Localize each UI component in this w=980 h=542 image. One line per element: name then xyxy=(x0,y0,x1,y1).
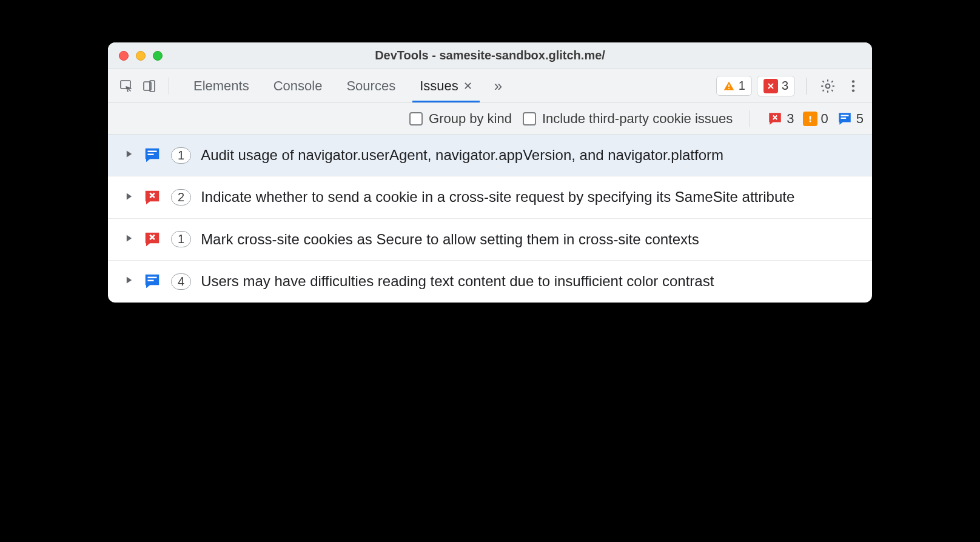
warnings-pill[interactable]: 1 xyxy=(716,76,752,96)
group-by-kind-checkbox[interactable]: Group by kind xyxy=(409,111,512,127)
error-speech-icon xyxy=(143,189,161,207)
svg-rect-11 xyxy=(841,115,848,116)
error-speech-icon xyxy=(767,111,783,127)
error-speech-icon xyxy=(143,230,161,249)
separator xyxy=(750,110,750,127)
window-controls xyxy=(119,51,163,61)
count-value: 5 xyxy=(856,111,864,127)
issue-row[interactable]: 2 Indicate whether to send a cookie in a… xyxy=(108,176,872,218)
issues-list: 1 Audit usage of navigator.userAgent, na… xyxy=(108,135,872,303)
device-toolbar-icon[interactable] xyxy=(139,76,159,96)
more-options-icon[interactable] xyxy=(843,78,864,94)
issues-toolbar: Group by kind Include third-party cookie… xyxy=(108,103,872,135)
checkbox-label: Include third-party cookie issues xyxy=(542,111,733,127)
issue-count: 4 xyxy=(171,273,191,290)
separator xyxy=(806,78,807,95)
tab-label: Console xyxy=(274,78,323,94)
svg-point-6 xyxy=(852,80,854,82)
svg-rect-15 xyxy=(148,277,157,279)
svg-point-5 xyxy=(826,84,830,88)
count-value: 0 xyxy=(821,111,828,127)
issue-row[interactable]: 4 Users may have difficulties reading te… xyxy=(108,261,872,302)
tab-label: Sources xyxy=(346,78,395,94)
checkbox-box xyxy=(409,112,423,125)
issue-count: 2 xyxy=(171,189,191,206)
errors-count: 3 xyxy=(782,79,788,93)
info-count-item: 5 xyxy=(837,111,864,127)
svg-rect-16 xyxy=(148,280,154,282)
issue-count: 1 xyxy=(171,231,191,247)
errors-pill[interactable]: 3 xyxy=(757,76,795,96)
tabbar: Elements Console Sources Issues ✕ » 1 3 xyxy=(108,69,872,103)
svg-rect-10 xyxy=(809,120,811,122)
info-speech-icon xyxy=(143,146,161,164)
error-icon xyxy=(764,79,778,93)
expand-chevron-icon[interactable] xyxy=(125,150,133,161)
issue-title: Mark cross-site cookies as Secure to all… xyxy=(201,230,859,249)
issue-row[interactable]: 1 Mark cross-site cookies as Secure to a… xyxy=(108,219,872,261)
tab-console[interactable]: Console xyxy=(261,69,335,102)
separator xyxy=(169,78,169,95)
svg-rect-9 xyxy=(809,116,811,119)
issue-count: 1 xyxy=(171,147,191,164)
panel-tabs: Elements Console Sources Issues ✕ xyxy=(181,69,485,102)
tabbar-right: 1 3 xyxy=(716,76,864,96)
info-speech-icon xyxy=(837,111,853,127)
info-speech-icon xyxy=(143,272,161,290)
tab-label: Elements xyxy=(193,78,249,94)
warning-icon xyxy=(723,80,735,92)
svg-rect-12 xyxy=(841,117,846,118)
tab-label: Issues xyxy=(420,78,458,94)
close-tab-icon[interactable]: ✕ xyxy=(463,79,472,93)
issue-title: Users may have difficulties reading text… xyxy=(201,272,859,291)
issue-title: Audit usage of navigator.userAgent, navi… xyxy=(201,146,859,165)
svg-point-8 xyxy=(852,89,854,92)
svg-rect-4 xyxy=(728,88,730,89)
svg-rect-14 xyxy=(148,154,154,156)
svg-rect-3 xyxy=(728,84,730,87)
count-value: 3 xyxy=(787,111,794,127)
zoom-window-button[interactable] xyxy=(153,51,163,61)
improvements-count-item: 0 xyxy=(803,111,828,127)
window-title: DevTools - samesite-sandbox.glitch.me/ xyxy=(375,49,605,62)
svg-point-7 xyxy=(852,84,854,87)
issue-row[interactable]: 1 Audit usage of navigator.userAgent, na… xyxy=(108,135,872,176)
close-window-button[interactable] xyxy=(119,51,129,61)
include-third-party-checkbox[interactable]: Include third-party cookie issues xyxy=(523,111,733,127)
inspect-element-icon[interactable] xyxy=(116,76,136,96)
tab-sources[interactable]: Sources xyxy=(334,69,408,102)
expand-chevron-icon[interactable] xyxy=(125,234,133,245)
checkbox-label: Group by kind xyxy=(429,111,512,127)
expand-chevron-icon[interactable] xyxy=(125,276,133,287)
issue-title: Indicate whether to send a cookie in a c… xyxy=(201,187,859,207)
errors-count-item: 3 xyxy=(767,111,794,127)
checkbox-box xyxy=(523,112,536,125)
devtools-window: DevTools - samesite-sandbox.glitch.me/ E… xyxy=(108,42,872,303)
expand-chevron-icon[interactable] xyxy=(125,192,133,203)
issue-counts: 3 0 5 xyxy=(767,111,864,127)
minimize-window-button[interactable] xyxy=(136,51,146,61)
improvement-icon xyxy=(803,112,817,126)
warnings-count: 1 xyxy=(739,79,745,93)
tab-elements[interactable]: Elements xyxy=(181,69,261,102)
more-tabs-icon[interactable]: » xyxy=(488,78,508,95)
titlebar: DevTools - samesite-sandbox.glitch.me/ xyxy=(108,42,872,69)
settings-icon[interactable] xyxy=(817,78,838,94)
tab-issues[interactable]: Issues ✕ xyxy=(408,69,485,102)
svg-rect-13 xyxy=(148,151,157,153)
